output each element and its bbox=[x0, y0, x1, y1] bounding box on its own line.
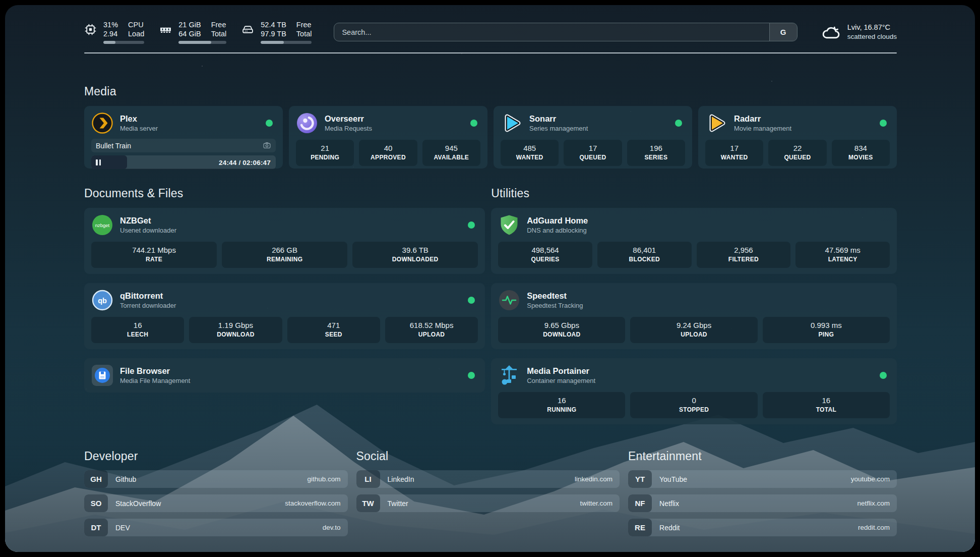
adguard-card[interactable]: AdGuard HomeDNS and adblocking498,564QUE… bbox=[491, 208, 897, 274]
status-dot bbox=[880, 372, 887, 379]
link-abbr-tag: SO bbox=[84, 494, 108, 512]
overseerr-card[interactable]: OverseerrMedia Requests21PENDING40APPROV… bbox=[289, 106, 487, 169]
link-name: Netflix bbox=[659, 499, 679, 508]
nzbget-card[interactable]: nzbgetNZBGetUsenet downloader744.21 Mbps… bbox=[84, 208, 485, 274]
link-github[interactable]: GHGithubgithub.com bbox=[84, 470, 348, 488]
plex-card[interactable]: PlexMedia serverBullet Train24:44 / 02:0… bbox=[84, 106, 283, 169]
search-input[interactable] bbox=[334, 23, 769, 41]
link-stackoverflow[interactable]: SOStackOverflowstackoverflow.com bbox=[84, 494, 348, 512]
link-abbr-tag: LI bbox=[356, 470, 380, 488]
stat-label: WANTED bbox=[504, 153, 556, 162]
link-twitter[interactable]: TWTwittertwitter.com bbox=[356, 494, 620, 512]
radarr-card[interactable]: RadarrMovie management17WANTED22QUEUED83… bbox=[698, 106, 897, 169]
portainer-stat-stopped: 0STOPPED bbox=[630, 392, 757, 418]
radarr-icon bbox=[705, 112, 727, 134]
overseerr-stat-approved: 40APPROVED bbox=[359, 140, 417, 166]
stat-progress-fill bbox=[261, 41, 284, 44]
stat-value: 47.569 ms bbox=[799, 245, 887, 255]
filebrowser-card[interactable]: File BrowserMedia File Management bbox=[84, 358, 485, 393]
stat-label: REMAINING bbox=[225, 255, 344, 264]
portainer-icon bbox=[498, 364, 520, 386]
now-playing-title: Bullet Train bbox=[96, 142, 131, 150]
stat-value-top: 21 GiB bbox=[178, 20, 201, 29]
radarr-stat-movies: 834MOVIES bbox=[832, 140, 890, 166]
app-name: AdGuard Home bbox=[527, 215, 588, 226]
stat-label: QUEUED bbox=[771, 153, 823, 162]
status-dot bbox=[675, 120, 682, 127]
system-stat-disk: 52.4 TB97.9 TBFreeTotal bbox=[241, 20, 312, 44]
snow-flecks bbox=[5, 5, 6, 6]
stat-label: APPROVED bbox=[362, 153, 414, 162]
stat-value: 9.65 Gbps bbox=[501, 320, 622, 330]
stat-values: 21 GiB64 GiB bbox=[178, 20, 201, 38]
qbittorrent-icon: qb bbox=[91, 289, 113, 311]
link-url: youtube.com bbox=[851, 475, 890, 483]
link-url: dev.to bbox=[323, 524, 341, 531]
radarr-stat-queued: 22QUEUED bbox=[768, 140, 826, 166]
status-dot bbox=[468, 221, 475, 229]
stat-value: 2,956 bbox=[700, 245, 788, 255]
link-youtube[interactable]: YTYouTubeyoutube.com bbox=[628, 470, 897, 488]
svg-text:qb: qb bbox=[98, 297, 107, 305]
link-url: linkedin.com bbox=[575, 475, 612, 483]
dashboard-window: 31%2.94CPULoad21 GiB64 GiBFreeTotal52.4 … bbox=[0, 0, 980, 557]
nzbget-stat-remaining: 266 GBREMAINING bbox=[222, 242, 347, 268]
link-name: YouTube bbox=[659, 475, 687, 483]
stat-label: SERIES bbox=[630, 153, 682, 162]
stat-value-top: 31% bbox=[103, 20, 118, 29]
stat-value: 40 bbox=[362, 143, 414, 153]
stat-label-bottom: Load bbox=[128, 29, 144, 38]
radarr-stat-wanted: 17WANTED bbox=[705, 140, 763, 166]
app-name: Radarr bbox=[734, 114, 791, 124]
link-name: DEV bbox=[115, 524, 130, 532]
sonarr-card[interactable]: SonarrSeries management485WANTED17QUEUED… bbox=[494, 106, 692, 169]
qbittorrent-card[interactable]: qbqBittorrentTorrent downloader16LEECH1.… bbox=[84, 283, 485, 349]
pause-button[interactable] bbox=[96, 159, 101, 165]
stat-value: 945 bbox=[425, 143, 477, 153]
stat-value-bottom: 97.9 TB bbox=[261, 29, 286, 38]
speedtest-card[interactable]: SpeedtestSpeedtest Tracking9.65 GbpsDOWN… bbox=[491, 283, 897, 349]
stat-value: 471 bbox=[290, 320, 377, 330]
section-documents: Documents & Files nzbgetNZBGetUsenet dow… bbox=[84, 187, 485, 424]
status-dot bbox=[470, 120, 477, 127]
status-dot bbox=[468, 297, 475, 304]
link-netflix[interactable]: NFNetflixnetflix.com bbox=[628, 494, 897, 512]
adguard-stat-queries: 498,564QUERIES bbox=[498, 242, 592, 268]
stat-value: 0.993 ms bbox=[766, 320, 887, 330]
search-engine-button[interactable]: G bbox=[769, 23, 797, 41]
section-title-entertainment: Entertainment bbox=[628, 450, 897, 463]
link-url: netflix.com bbox=[857, 499, 890, 507]
link-name: Github bbox=[115, 475, 136, 483]
overseerr-icon bbox=[296, 112, 318, 134]
stat-label: STOPPED bbox=[633, 406, 754, 414]
playback-progress-bar[interactable]: 24:44 / 02:06:47 bbox=[91, 155, 276, 169]
stat-value: 498,564 bbox=[501, 245, 589, 255]
portainer-card[interactable]: Media PortainerContainer management16RUN… bbox=[491, 358, 897, 424]
video-camera-icon bbox=[263, 141, 271, 150]
playback-time: 24:44 / 02:06:47 bbox=[219, 158, 271, 166]
overseerr-stat-available: 945AVAILABLE bbox=[422, 140, 480, 166]
stat-value: 16 bbox=[766, 396, 887, 405]
sonarr-stat-wanted: 485WANTED bbox=[501, 140, 559, 166]
link-dev[interactable]: DTDEVdev.to bbox=[84, 519, 348, 536]
link-reddit[interactable]: RERedditreddit.com bbox=[628, 519, 897, 536]
qbittorrent-stat-leech: 16LEECH bbox=[91, 317, 184, 343]
search-bar[interactable]: G bbox=[334, 23, 797, 41]
stat-progress-track bbox=[261, 41, 312, 44]
link-url: stackoverflow.com bbox=[285, 499, 340, 507]
app-name: Plex bbox=[120, 114, 158, 124]
speedtest-stat-upload: 9.24 GbpsUPLOAD bbox=[630, 317, 757, 343]
stat-label: RUNNING bbox=[501, 406, 622, 414]
stat-progress-fill bbox=[103, 41, 115, 44]
app-subtitle: Media Requests bbox=[325, 124, 372, 133]
app-subtitle: Media server bbox=[120, 124, 158, 133]
stat-label: FILTERED bbox=[700, 255, 788, 264]
section-media: Media PlexMedia serverBullet Train24:44 … bbox=[84, 85, 897, 169]
link-abbr-tag: RE bbox=[628, 519, 652, 536]
stat-value: 834 bbox=[835, 143, 887, 153]
link-linkedin[interactable]: LILinkedInlinkedin.com bbox=[356, 470, 620, 488]
link-abbr-tag: DT bbox=[84, 519, 108, 536]
app-name: File Browser bbox=[120, 366, 190, 376]
stat-label: RATE bbox=[94, 255, 214, 264]
section-title-utilities: Utilities bbox=[491, 187, 897, 200]
